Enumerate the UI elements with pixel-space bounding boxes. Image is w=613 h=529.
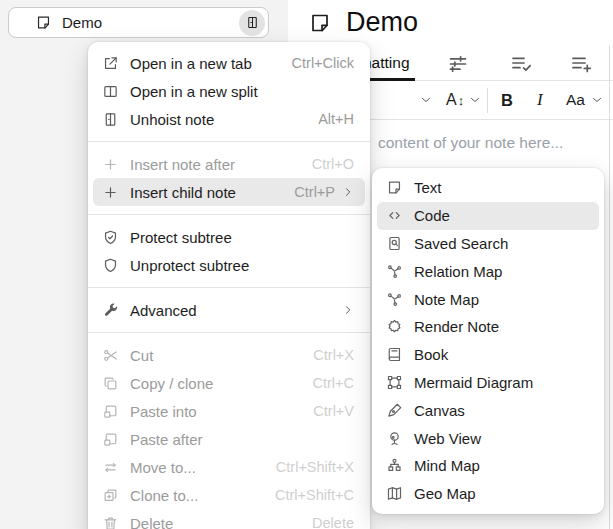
- menu-item-unhoist-note[interactable]: Unhoist note Alt+H: [93, 105, 365, 133]
- menu-item-label: Unhoist note: [130, 111, 318, 128]
- right-pane-divider: [609, 45, 610, 529]
- bold-label: B: [501, 91, 513, 110]
- submenu-item-label: Saved Search: [414, 235, 508, 252]
- chevron-down-icon: [420, 94, 432, 106]
- external-link-icon: [102, 55, 119, 72]
- list-plus-icon[interactable]: [569, 52, 593, 76]
- vertical-arrow-glyph: ↕: [458, 93, 465, 108]
- pen-icon: [386, 402, 403, 419]
- text-style-dropdown[interactable]: Aa: [566, 81, 603, 119]
- menu-item-label: Copy / clone: [130, 375, 313, 392]
- menu-item-open-in-new-split[interactable]: Open in a new split: [93, 77, 365, 105]
- map-icon: [386, 485, 403, 502]
- transfer-arrows-icon: [102, 459, 119, 476]
- paste-icon: [102, 403, 119, 420]
- submenu-item-label: Geo Map: [414, 485, 476, 502]
- menu-item-advanced[interactable]: Advanced: [93, 296, 365, 324]
- submenu-item-label: Web View: [414, 430, 481, 447]
- menu-item-label: Protect subtree: [130, 229, 354, 246]
- submenu-item-relation-map[interactable]: Relation Map: [377, 257, 599, 285]
- scissors-icon: [102, 347, 119, 364]
- submenu-item-label: Canvas: [414, 402, 465, 419]
- italic-label: I: [537, 90, 543, 110]
- menu-item-insert-child-note[interactable]: Insert child note Ctrl+P: [93, 178, 365, 206]
- menu-item-move-to: Move to... Ctrl+Shift+X: [93, 453, 365, 481]
- unhoist-button[interactable]: [239, 10, 265, 36]
- menu-item-shortcut: Ctrl+P: [294, 184, 335, 200]
- tree-item-label: Demo: [62, 14, 239, 31]
- menu-item-label: Cut: [130, 347, 313, 364]
- menu-item-label: Clone to...: [130, 487, 275, 504]
- submenu-item-label: Mind Map: [414, 457, 480, 474]
- list-check-icon[interactable]: [509, 52, 533, 76]
- code-icon: [386, 207, 403, 224]
- chevron-right-icon: [342, 304, 354, 316]
- menu-item-protect-subtree[interactable]: Protect subtree: [93, 223, 365, 251]
- submenu-item-text[interactable]: Text: [377, 174, 599, 202]
- note-title-row: Demo: [288, 0, 613, 45]
- bold-button[interactable]: B: [501, 81, 513, 119]
- copy-icon: [102, 375, 119, 392]
- note-context-menu: Open in a new tab Ctrl+Click Open in a n…: [88, 42, 370, 529]
- menu-item-shortcut: Ctrl+O: [312, 156, 354, 172]
- submenu-item-canvas[interactable]: Canvas: [377, 396, 599, 424]
- font-size-dropdown[interactable]: A↕: [446, 81, 481, 119]
- book-icon: [386, 346, 403, 363]
- menu-separator: [88, 214, 370, 215]
- submenu-item-note-map[interactable]: Note Map: [377, 285, 599, 313]
- chevron-down-icon: [591, 94, 603, 106]
- submenu-item-saved-search[interactable]: Saved Search: [377, 230, 599, 258]
- submenu-item-book[interactable]: Book: [377, 341, 599, 369]
- menu-item-delete: Delete Delete: [93, 509, 365, 529]
- menu-item-paste-into: Paste into Ctrl+V: [93, 397, 365, 425]
- submenu-item-code[interactable]: Code: [377, 202, 599, 230]
- text-style-label: Aa: [566, 91, 585, 109]
- menu-item-label: Advanced: [130, 302, 335, 319]
- toolbar-divider: [487, 88, 488, 113]
- paragraph-style-dropdown[interactable]: [420, 81, 432, 119]
- menu-item-label: Delete: [130, 515, 312, 529]
- menu-item-shortcut: Ctrl+Shift+X: [276, 459, 354, 475]
- relation-map-icon: [386, 291, 403, 308]
- paste-icon: [102, 431, 119, 448]
- menu-item-label: Open in a new tab: [130, 55, 292, 72]
- submenu-item-label: Render Note: [414, 318, 499, 335]
- trash-icon: [102, 515, 119, 529]
- menu-item-label: Insert child note: [130, 184, 294, 201]
- tree-item-demo[interactable]: Demo: [8, 7, 269, 38]
- note-title[interactable]: Demo: [346, 7, 418, 38]
- submenu-item-label: Text: [414, 179, 442, 196]
- menu-item-shortcut: Ctrl+V: [313, 403, 354, 419]
- menu-item-shortcut: Ctrl+X: [313, 347, 354, 363]
- submenu-item-label: Book: [414, 346, 448, 363]
- chevron-down-icon: [469, 94, 481, 106]
- submenu-item-geo-map[interactable]: Geo Map: [377, 480, 599, 508]
- menu-item-unprotect-subtree[interactable]: Unprotect subtree: [93, 251, 365, 279]
- menu-item-label: Paste after: [130, 431, 354, 448]
- relation-map-icon: [386, 263, 403, 280]
- note-icon: [386, 179, 403, 196]
- menu-item-shortcut: Ctrl+Click: [292, 55, 354, 71]
- menu-item-label: Move to...: [130, 459, 276, 476]
- vector-icon: [386, 374, 403, 391]
- globe-icon: [386, 430, 403, 447]
- menu-item-open-in-new-tab[interactable]: Open in a new tab Ctrl+Click: [93, 49, 365, 77]
- menu-item-shortcut: Alt+H: [318, 111, 354, 127]
- note-icon: [308, 11, 332, 35]
- menu-item-shortcut: Delete: [312, 515, 354, 529]
- shield-icon: [102, 257, 119, 274]
- sliders-icon[interactable]: [446, 52, 470, 76]
- submenu-item-label: Relation Map: [414, 263, 502, 280]
- submenu-item-render-note[interactable]: Render Note: [377, 313, 599, 341]
- submenu-item-mermaid-diagram[interactable]: Mermaid Diagram: [377, 369, 599, 397]
- submenu-item-label: Code: [414, 207, 450, 224]
- menu-separator: [88, 141, 370, 142]
- italic-button[interactable]: I: [537, 81, 543, 119]
- submenu-item-web-view[interactable]: Web View: [377, 424, 599, 452]
- submenu-item-mind-map[interactable]: Mind Map: [377, 452, 599, 480]
- render-note-icon: [386, 318, 403, 335]
- menu-item-label: Unprotect subtree: [130, 257, 354, 274]
- menu-item-shortcut: Ctrl+Shift+C: [275, 487, 354, 503]
- menu-item-paste-after: Paste after: [93, 425, 365, 453]
- menu-item-insert-note-after: Insert note after Ctrl+O: [93, 150, 365, 178]
